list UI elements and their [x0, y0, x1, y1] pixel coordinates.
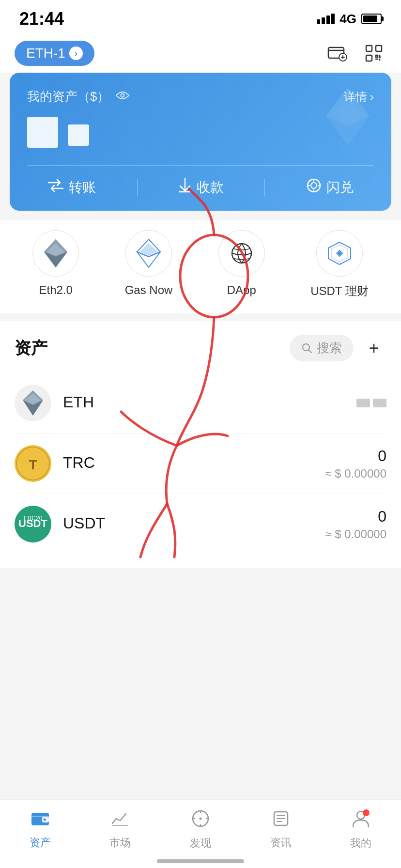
eth-info: ETH [63, 393, 345, 413]
network-type: 4G [339, 12, 356, 27]
search-placeholder: 搜索 [317, 340, 342, 356]
flash-button[interactable]: 闪兑 [306, 178, 354, 197]
nav-market-label: 市场 [109, 836, 131, 850]
usdt-icon-circle: ◈ [316, 230, 363, 277]
nav-mine-label: 我的 [350, 836, 371, 851]
svg-point-9 [232, 244, 251, 263]
flash-icon [306, 178, 322, 197]
eth-name: ETH [63, 393, 345, 411]
asset-item-trc[interactable]: T TRC 0 ≈ $ 0.00000 [15, 434, 386, 494]
scan-button[interactable] [361, 41, 386, 66]
receive-icon [178, 177, 192, 197]
add-wallet-button[interactable] [324, 41, 350, 66]
usdt-token-name: USDT [63, 514, 313, 532]
usdt-balance-right: 0 ≈ $ 0.00000 [325, 508, 386, 541]
balance-small-block [68, 124, 89, 146]
dapp-icon-circle [218, 230, 265, 277]
receive-label: 收款 [197, 178, 224, 197]
receive-button[interactable]: 收款 [178, 177, 224, 197]
eth2-icon-circle [32, 230, 79, 277]
trc-name: TRC [63, 454, 313, 472]
quick-action-gas-now[interactable]: Gas Now [125, 230, 173, 299]
status-icons: 4G [317, 12, 382, 27]
home-indicator [157, 859, 244, 863]
svg-text:ERC20: ERC20 [24, 515, 43, 522]
compass-icon [191, 809, 210, 832]
gas-now-label: Gas Now [125, 283, 173, 297]
svg-point-7 [311, 183, 317, 188]
search-box[interactable]: 搜索 [290, 335, 354, 361]
status-time: 21:44 [19, 9, 64, 29]
svg-point-5 [121, 94, 124, 97]
eth-logo [15, 385, 51, 421]
eth2-label: Eth2.0 [39, 283, 73, 297]
svg-point-23 [199, 818, 201, 820]
nav-assets[interactable]: 资产 [30, 810, 51, 850]
asset-card-header: 我的资产（$） 详情 › [27, 88, 374, 105]
svg-rect-4 [366, 55, 372, 61]
divider2 [264, 179, 265, 196]
quick-action-dapp[interactable]: DApp [218, 230, 265, 299]
asset-item-eth[interactable]: ETH [15, 373, 386, 434]
flash-label: 闪兑 [326, 178, 354, 197]
asset-actions: 转账 收款 闪兑 [27, 165, 374, 197]
network-label: ETH-1 [26, 46, 65, 61]
nav-discover-label: 发现 [190, 836, 211, 851]
nav-market[interactable]: 市场 [109, 810, 131, 850]
assets-section: 资产 搜索 + ETH [0, 321, 401, 568]
usdt-token-logo: USDT ERC20 [15, 506, 51, 542]
battery-icon [361, 14, 382, 24]
nav-news[interactable]: 资讯 [270, 810, 292, 850]
eth-balance-hidden [356, 399, 386, 407]
signal-icon [317, 14, 335, 24]
usdt-usd: ≈ $ 0.00000 [325, 527, 386, 541]
usdt-info: USDT [63, 514, 313, 534]
eth-watermark [324, 87, 372, 147]
balance-large-block [27, 117, 58, 148]
wallet-icon [31, 810, 50, 832]
asset-item-usdt[interactable]: USDT ERC20 USDT 0 ≈ $ 0.00000 [15, 494, 386, 554]
eth-balance-right [356, 399, 386, 407]
svg-point-21 [43, 819, 46, 821]
quick-actions: Eth2.0 Gas Now DApp [0, 220, 401, 313]
divider [137, 179, 138, 196]
svg-rect-2 [366, 46, 372, 51]
status-bar: 21:44 4G [0, 0, 401, 34]
trc-usd: ≈ $ 0.00000 [325, 467, 386, 480]
assets-header: 资产 搜索 + [15, 335, 386, 361]
network-badge[interactable]: ETH-1 › [15, 41, 94, 66]
dapp-label: DApp [227, 283, 256, 297]
nav-discover[interactable]: 发现 [190, 809, 211, 851]
top-nav-icons [324, 41, 386, 66]
nav-mine[interactable]: 我的 [350, 809, 371, 851]
assets-title: 资产 [15, 337, 47, 359]
trc-balance-right: 0 ≈ $ 0.00000 [325, 447, 386, 480]
eye-icon[interactable] [115, 89, 130, 104]
svg-text:◈: ◈ [336, 248, 343, 258]
asset-label: 我的资产（$） [27, 88, 130, 105]
quick-action-usdt[interactable]: ◈ USDT 理财 [310, 230, 369, 299]
trc-balance: 0 [325, 447, 386, 465]
trc-info: TRC [63, 454, 313, 474]
quick-action-eth2[interactable]: Eth2.0 [32, 230, 79, 299]
chart-icon [110, 810, 130, 832]
usdt-balance: 0 [325, 508, 386, 526]
battery-fill [363, 16, 377, 22]
nav-news-label: 资讯 [270, 836, 292, 850]
usdt-label: USDT 理财 [310, 283, 369, 299]
svg-text:T: T [29, 457, 37, 472]
gas-now-icon-circle [125, 230, 172, 277]
trc-logo: T [15, 445, 51, 482]
nav-assets-label: 资产 [30, 836, 51, 850]
balance-row [27, 117, 374, 148]
transfer-icon [47, 179, 64, 196]
add-asset-button[interactable]: + [361, 336, 386, 361]
asset-card: 我的资产（$） 详情 › 转账 [10, 73, 391, 211]
svg-rect-3 [376, 46, 382, 51]
chevron-right-icon: › [69, 46, 83, 60]
top-nav: ETH-1 › [0, 34, 401, 73]
news-icon [272, 810, 290, 832]
bottom-nav: 资产 市场 发现 资讯 [0, 799, 401, 868]
transfer-label: 转账 [69, 178, 96, 197]
transfer-button[interactable]: 转账 [47, 178, 96, 197]
